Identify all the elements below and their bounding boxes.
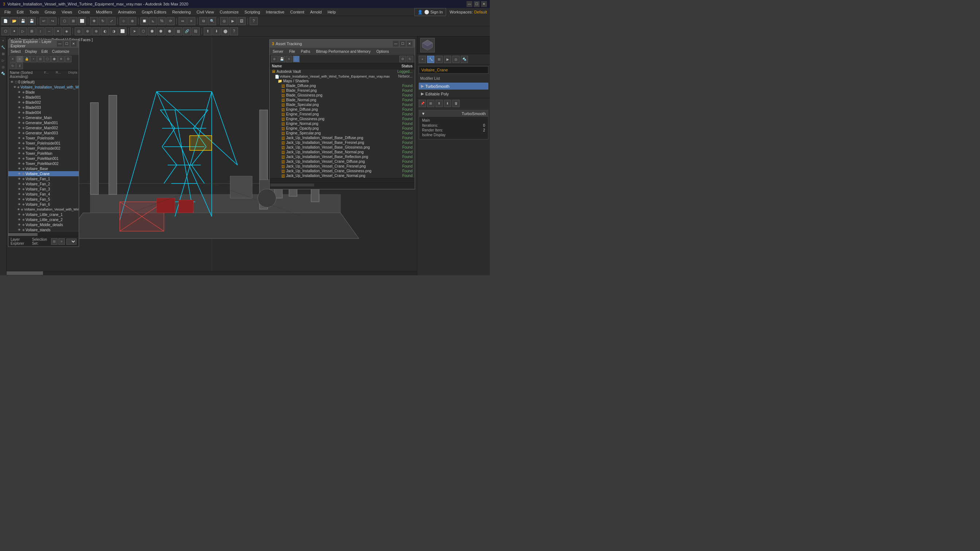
select-all-icon[interactable]: ⊞ xyxy=(427,100,434,107)
menu-help[interactable]: Help xyxy=(325,9,339,15)
se-minimize-button[interactable]: — xyxy=(57,41,63,47)
rotate-button[interactable]: ↻ xyxy=(99,17,107,25)
menu-arnold[interactable]: Arnold xyxy=(307,9,325,15)
menu-create[interactable]: Create xyxy=(75,9,93,15)
menu-group[interactable]: Group xyxy=(41,9,59,15)
rp-utilities-icon[interactable]: 🔩 xyxy=(461,56,468,63)
turbosmoooth-modifier[interactable]: ▶ TurboSmooth xyxy=(419,83,488,90)
move-up-icon[interactable]: ⬆ xyxy=(436,100,443,107)
pivot-button[interactable]: ⊕ xyxy=(128,17,136,25)
sidebar-utilities[interactable]: 🔩 xyxy=(0,71,6,76)
delete-modifier-icon[interactable]: 🗑 xyxy=(452,100,460,107)
tb2-btn12[interactable]: ◐ xyxy=(101,27,109,35)
select-by-name-button[interactable]: ⊞ xyxy=(69,17,77,25)
tb2-btn3[interactable]: ▷ xyxy=(19,27,27,35)
menu-content[interactable]: Content xyxy=(287,9,307,15)
list-item[interactable]: 👁 ◈ Blade002 xyxy=(8,100,79,105)
snap-toggle-button[interactable]: 🔲 xyxy=(140,17,148,25)
se-tool-add[interactable]: + xyxy=(30,56,37,62)
tb2-btn5[interactable]: ↕ xyxy=(37,27,45,35)
rp-display-icon[interactable]: ◎ xyxy=(452,56,460,63)
se-hscrollbar[interactable] xyxy=(8,232,79,236)
new-button[interactable]: 📄 xyxy=(2,17,10,25)
sidebar-modify[interactable]: 🔧 xyxy=(0,44,6,50)
list-item[interactable]: 👁 ◈ Voltaire_Fan_3 xyxy=(8,186,79,192)
se-menu-select[interactable]: Select xyxy=(8,49,23,54)
tb2-btn13[interactable]: ◑ xyxy=(110,27,118,35)
rp-hierarchy-icon[interactable]: ⊞ xyxy=(436,56,443,63)
maximize-button[interactable]: ☐ xyxy=(474,1,480,7)
move-down-icon[interactable]: ⬇ xyxy=(444,100,451,107)
at-hscrollbar[interactable] xyxy=(270,178,415,183)
at-minimize-button[interactable]: — xyxy=(393,41,399,47)
ts-collapse-icon[interactable]: ▼ xyxy=(421,111,425,116)
tb2-btn17[interactable]: ⬟ xyxy=(148,27,156,35)
list-item[interactable]: 🖼 Jack_Up_Installation_Vessel_Base_Diffu… xyxy=(270,135,415,140)
ts-render-iters-value[interactable]: 2 xyxy=(483,128,485,132)
se-menu-edit[interactable]: Edit xyxy=(39,49,50,54)
list-item[interactable]: 🖼 Blade_Fresnel.png Found xyxy=(270,88,415,93)
tb2-btn6[interactable]: ↔ xyxy=(45,27,53,35)
sidebar-create[interactable]: + xyxy=(0,38,6,44)
list-item[interactable]: 🖼 Jack_Up_Installation_Vessel_Base_Gloss… xyxy=(270,145,415,150)
list-item[interactable]: 👁 ◈ Blade003 xyxy=(8,105,79,110)
select-object-button[interactable]: ⬡ xyxy=(60,17,68,25)
list-item[interactable]: 🖼 Jack_Up_Installation_Vessel_Base_Refle… xyxy=(270,154,415,159)
tb2-btn15[interactable]: ➤ xyxy=(130,27,138,35)
tb2-btn10[interactable]: ⊕ xyxy=(83,27,91,35)
list-item[interactable]: 🖼 Jack_Up_Installation_Vessel_Crane_Fres… xyxy=(270,164,415,168)
list-item[interactable]: 🏛 Autodesk Vault Logged... xyxy=(270,69,415,74)
list-item[interactable]: 👁 ◈ Voltaire_Fan_2 xyxy=(8,181,79,186)
list-item[interactable]: 📁 Maps / Shaders xyxy=(270,79,415,83)
list-item[interactable]: 👁 ◈ Generator_Main003 xyxy=(8,130,79,135)
list-item[interactable]: 🖼 Blade_Glossiness.png Found xyxy=(270,93,415,98)
list-item[interactable]: 👁 ◈ Voltaire_Fan_4 xyxy=(8,192,79,197)
list-item[interactable]: 👁 ◈ Blade001 xyxy=(8,95,79,100)
save-as-button[interactable]: 💾 xyxy=(28,17,36,25)
list-item[interactable]: 👁 ◈ Voltaire_Fan_5 xyxy=(8,197,79,202)
tb2-btn23[interactable]: ⬆ xyxy=(204,27,212,35)
se-tool-hide[interactable]: ⬡ xyxy=(44,56,51,62)
se-tool-layer-view[interactable]: ≡ xyxy=(16,56,23,62)
tb2-btn20[interactable]: ▦ xyxy=(174,27,182,35)
tb2-btn8[interactable]: ◈ xyxy=(63,27,71,35)
list-item[interactable]: 👁 ◈ Generator_Main001 xyxy=(8,120,79,125)
se-tool-filter[interactable]: ⊻ xyxy=(16,63,23,69)
menu-scripting[interactable]: Scripting xyxy=(242,9,263,15)
scene-explorer-button[interactable]: 🔍 xyxy=(208,17,216,25)
at-tool-btn3[interactable]: ✕ xyxy=(286,56,292,62)
list-item[interactable]: 👁 ◈ Generator_Main002 xyxy=(8,125,79,130)
help-button[interactable]: ? xyxy=(250,17,258,25)
se-tool-group[interactable]: ⊞ xyxy=(37,56,44,62)
list-item[interactable]: 🖼 Engine_Opacity.png Found xyxy=(270,126,415,131)
render-frame-button[interactable]: 🖼 xyxy=(238,17,246,25)
menu-edit[interactable]: Edit xyxy=(14,9,27,15)
select-region-button[interactable]: ⬜ xyxy=(78,17,86,25)
tb2-btn11[interactable]: ⊗ xyxy=(92,27,100,35)
ref-coord-button[interactable]: ⊹ xyxy=(119,17,127,25)
sidebar-motion[interactable]: ▷ xyxy=(0,57,6,64)
se-selection-set-dropdown[interactable] xyxy=(66,238,76,245)
tb2-btn21[interactable]: 🔗 xyxy=(183,27,191,35)
list-item[interactable]: 👁 ◈ Tower_PoleMain001 xyxy=(8,156,79,161)
rp-motion-icon[interactable]: ▶ xyxy=(444,56,451,63)
list-item[interactable]: 👁 ◈ Blade xyxy=(8,90,79,95)
at-menu-options[interactable]: Options xyxy=(374,49,392,54)
at-close-button[interactable]: ✕ xyxy=(407,41,412,47)
list-item[interactable]: 👁 ◈ Tower_PoleInside002 xyxy=(8,146,79,151)
at-menu-file[interactable]: File xyxy=(286,49,298,54)
sidebar-display[interactable]: ◎ xyxy=(0,64,6,70)
list-item[interactable]: 👁 ◈ Voltaire_Little_crane_2 xyxy=(8,217,79,222)
se-footer-btn1[interactable]: ⊞ xyxy=(51,238,57,245)
tb2-btn24[interactable]: ⬇ xyxy=(213,27,221,35)
tb2-btn25[interactable]: ⬤ xyxy=(221,27,229,35)
list-item[interactable]: 📄 Voltaire_Installation_Vessel_with_Wind… xyxy=(270,74,415,79)
tb2-btn2[interactable]: ✦ xyxy=(10,27,18,35)
list-item[interactable]: 👁 ◈ Voltaire_Base xyxy=(8,166,79,171)
se-tool-show[interactable]: ⬢ xyxy=(51,56,57,62)
se-tool-freeze[interactable]: ❄ xyxy=(58,56,65,62)
signin-button[interactable]: 👤 ⚪ Sign In xyxy=(414,8,446,16)
tb2-btn1[interactable]: ⬡ xyxy=(2,27,10,35)
ts-iterations-value[interactable]: 0 xyxy=(483,124,485,127)
undo-button[interactable]: ↩ xyxy=(40,17,48,25)
